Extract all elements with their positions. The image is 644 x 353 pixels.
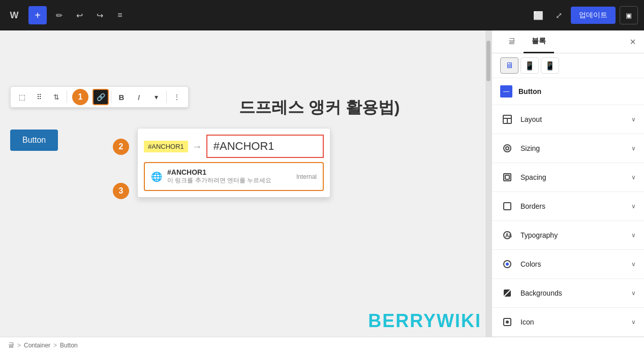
step2-badge: 2: [113, 139, 129, 155]
more-icon: ⋮: [173, 93, 180, 101]
plus-icon: +: [35, 10, 41, 21]
sidebar-close-button[interactable]: ×: [630, 36, 636, 48]
sidebar-toggle-button[interactable]: ▣: [620, 6, 638, 24]
spacing-icon: [500, 170, 514, 184]
svg-rect-6: [505, 175, 509, 179]
add-block-button[interactable]: +: [28, 6, 47, 24]
mobile-device-icon: 📱: [545, 61, 555, 71]
select-block-button[interactable]: ⬚: [14, 89, 30, 105]
svg-point-4: [506, 147, 509, 150]
link-input-field[interactable]: [206, 135, 324, 158]
sidebar-section-layout[interactable]: Layout ∨: [492, 105, 644, 134]
bold-button[interactable]: B: [113, 89, 130, 105]
typography-chevron: ∨: [631, 232, 636, 239]
breadcrumb-home[interactable]: 글: [8, 341, 14, 349]
breadcrumb-sep1: >: [17, 342, 21, 349]
sidebar-section-borders[interactable]: Borders ∨: [492, 192, 644, 221]
divider2: [111, 91, 111, 103]
typography-label: Typography: [520, 231, 631, 239]
link-suggestion-title: #ANCHOR1: [167, 168, 291, 176]
typography-icon: Aa: [500, 228, 514, 242]
move-icon: ⇅: [53, 93, 59, 101]
external-icon: ⤢: [556, 11, 562, 20]
spacing-chevron: ∨: [631, 174, 636, 181]
desktop-icon: ⬜: [533, 11, 543, 20]
borders-icon: [500, 199, 514, 213]
tab-post[interactable]: 글: [500, 30, 524, 53]
breadcrumb-container[interactable]: Container: [24, 342, 50, 349]
drag-handle-button[interactable]: ⠿: [31, 89, 47, 105]
layout-chevron: ∨: [631, 116, 636, 123]
link-button[interactable]: 🔗: [93, 89, 109, 105]
link-internal-badge: Internal: [296, 173, 317, 180]
button-block[interactable]: Button: [10, 130, 58, 151]
sidebar-section-colors[interactable]: Colors ∨: [492, 250, 644, 279]
svg-rect-7: [504, 203, 511, 210]
link-arrow-icon: →: [192, 141, 202, 152]
borders-label: Borders: [520, 202, 631, 210]
borders-chevron: ∨: [631, 203, 636, 210]
sidebar-section-spacing[interactable]: Spacing ∨: [492, 163, 644, 192]
link-suggestion-item[interactable]: 🌐 #ANCHOR1 이 링크를 추가하려면 엔터를 누르세요 Internal: [144, 162, 324, 191]
mobile-device-tab[interactable]: 📱: [541, 57, 559, 74]
list-icon: ≡: [117, 11, 122, 20]
external-link-button[interactable]: ⤢: [550, 7, 567, 23]
editor-canvas: ⬚ ⠿ ⇅ 1 🔗 B I ▾: [0, 30, 492, 337]
sidebar-section-typography[interactable]: Aa Typography ∨: [492, 221, 644, 250]
globe-icon: 🌐: [151, 171, 162, 182]
icon-chevron: ∨: [631, 318, 636, 326]
toolbar-right: ⬜ ⤢ 업데이트 ▣: [530, 6, 638, 24]
undo-icon: ↩: [76, 11, 83, 20]
breadcrumb-button[interactable]: Button: [60, 342, 78, 349]
sidebar-header: 글 블록 ×: [492, 30, 644, 53]
sidebar-section-icon[interactable]: Icon ∨: [492, 308, 644, 337]
tab-block[interactable]: 블록: [524, 30, 554, 53]
redo-button[interactable]: ↪: [91, 7, 108, 23]
more-options-button[interactable]: ⋮: [169, 89, 185, 105]
redo-icon: ↪: [97, 11, 103, 20]
text-style-dropdown[interactable]: ▾: [148, 89, 164, 105]
step3-badge: 3: [113, 183, 129, 199]
pen-button[interactable]: ✏: [51, 7, 67, 23]
colors-label: Colors: [520, 260, 631, 268]
device-tabs: 🖥 📱 📱: [492, 53, 644, 78]
icon-label: Icon: [520, 318, 631, 326]
backgrounds-chevron: ∨: [631, 290, 636, 297]
backgrounds-icon: [500, 286, 514, 300]
sizing-icon: [500, 141, 514, 155]
colors-chevron: ∨: [631, 261, 636, 268]
move-button[interactable]: ⇅: [48, 89, 65, 105]
link-highlighted-text: #ANCHOR1: [144, 141, 188, 152]
link-icon: 🔗: [97, 93, 105, 101]
svg-point-15: [506, 320, 509, 324]
block-icon: —: [500, 85, 512, 98]
divider3: [166, 91, 167, 103]
update-button[interactable]: 업데이트: [571, 7, 616, 24]
sidebar-block-label: — Button: [492, 78, 644, 105]
list-view-button[interactable]: ≡: [112, 7, 128, 23]
italic-icon: I: [138, 93, 140, 102]
step1-badge: 1: [72, 89, 88, 105]
sizing-chevron: ∨: [631, 145, 636, 152]
link-suggestion-hint: 이 링크를 추가하려면 엔터를 누르세요: [167, 176, 291, 185]
wp-logo-button[interactable]: W: [6, 7, 22, 23]
tablet-device-tab[interactable]: 📱: [520, 57, 539, 74]
sidebar-section-sizing[interactable]: Sizing ∨: [492, 134, 644, 163]
colors-icon: [500, 257, 514, 271]
svg-point-11: [506, 263, 509, 266]
scrollbar-thumb[interactable]: [486, 41, 490, 81]
undo-button[interactable]: ↩: [71, 7, 87, 23]
scrollbar[interactable]: [485, 30, 492, 337]
top-toolbar: W + ✏ ↩ ↪ ≡ ⬜ ⤢ 업데이트 ▣: [0, 0, 644, 30]
backgrounds-label: Backgrounds: [520, 289, 631, 297]
desktop-device-tab[interactable]: 🖥: [500, 57, 518, 74]
svg-point-3: [504, 145, 511, 152]
svg-text:Aa: Aa: [505, 233, 512, 238]
desktop-preview-button[interactable]: ⬜: [530, 7, 546, 23]
wp-logo-icon: W: [10, 10, 19, 21]
main-area: ⬚ ⠿ ⇅ 1 🔗 B I ▾: [0, 30, 644, 337]
tablet-device-icon: 📱: [525, 61, 535, 71]
sidebar-section-backgrounds[interactable]: Backgrounds ∨: [492, 279, 644, 308]
italic-button[interactable]: I: [131, 89, 147, 105]
link-popup: #ANCHOR1 → 🌐 #ANCHOR1 이 링크를 추가하려면 엔터를 누르…: [137, 128, 330, 198]
